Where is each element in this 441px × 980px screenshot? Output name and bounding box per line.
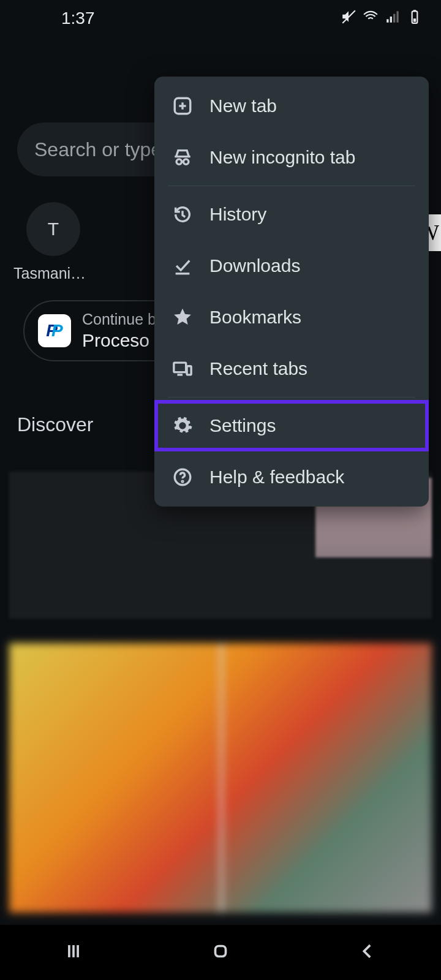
back-button[interactable] <box>357 941 378 964</box>
menu-new-tab[interactable]: New tab <box>154 80 429 132</box>
menu-settings[interactable]: Settings <box>154 400 429 451</box>
svg-rect-1 <box>386 19 388 22</box>
plus-square-icon <box>172 95 194 117</box>
home-button[interactable] <box>210 941 231 964</box>
menu-help[interactable]: Help & feedback <box>154 451 429 503</box>
paypal-icon: PP <box>38 314 71 347</box>
svg-point-11 <box>176 159 182 165</box>
menu-divider <box>168 186 415 186</box>
menu-divider <box>168 397 415 398</box>
status-icons <box>341 9 423 29</box>
shortcut-label: Tasmania… <box>13 265 93 282</box>
svg-rect-4 <box>397 11 399 22</box>
signal-icon <box>385 9 401 29</box>
incognito-icon <box>172 146 194 168</box>
star-icon <box>172 306 194 328</box>
gear-icon <box>172 415 194 437</box>
svg-rect-17 <box>187 366 191 375</box>
android-navbar <box>0 925 441 980</box>
discover-heading: Discover <box>17 413 93 436</box>
menu-label: Downloads <box>209 255 300 276</box>
devices-icon <box>172 358 194 380</box>
menu-label: New incognito tab <box>209 147 355 168</box>
wifi-icon <box>363 9 379 29</box>
menu-recent-tabs[interactable]: Recent tabs <box>154 343 429 394</box>
status-bar: 1:37 <box>0 0 441 37</box>
svg-rect-23 <box>216 946 226 957</box>
menu-downloads[interactable]: Downloads <box>154 240 429 292</box>
shortcut-chip: T <box>26 202 80 256</box>
overflow-menu: New tab New incognito tab History Downlo… <box>154 77 429 507</box>
search-placeholder: Search or type <box>34 138 162 161</box>
menu-history[interactable]: History <box>154 189 429 240</box>
menu-bookmarks[interactable]: Bookmarks <box>154 292 429 343</box>
menu-label: Settings <box>209 415 276 436</box>
menu-incognito[interactable]: New incognito tab <box>154 132 429 183</box>
svg-rect-6 <box>413 18 416 21</box>
svg-rect-3 <box>393 13 395 22</box>
recents-button[interactable] <box>63 941 84 964</box>
history-icon <box>172 203 194 225</box>
svg-rect-2 <box>390 17 392 23</box>
menu-label: Help & feedback <box>209 467 344 488</box>
svg-rect-15 <box>174 363 186 372</box>
shortcut-tasmania[interactable]: T Tasmania… <box>13 202 93 282</box>
status-time: 1:37 <box>61 9 95 28</box>
menu-label: Bookmarks <box>209 307 301 328</box>
svg-point-19 <box>182 481 183 482</box>
help-circle-icon <box>172 466 194 488</box>
svg-point-12 <box>183 159 189 165</box>
download-done-icon <box>172 255 194 277</box>
feed-card-2[interactable] <box>9 643 432 913</box>
battery-icon <box>407 9 423 29</box>
mute-icon <box>341 9 356 29</box>
svg-rect-7 <box>413 10 416 11</box>
menu-label: Recent tabs <box>209 358 307 379</box>
menu-label: History <box>209 204 266 225</box>
menu-label: New tab <box>209 96 277 116</box>
